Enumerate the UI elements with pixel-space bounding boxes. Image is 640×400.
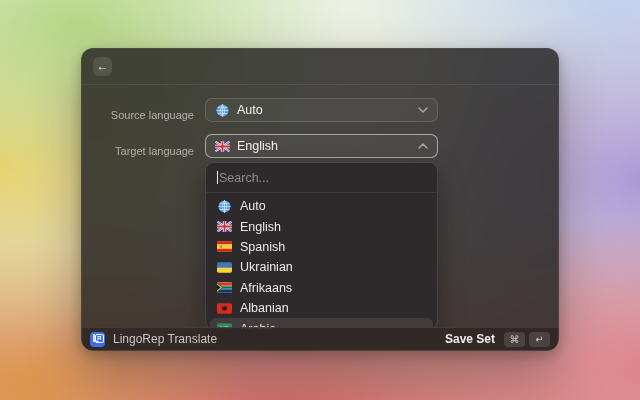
option-label: English (240, 220, 281, 234)
flag-al-icon (217, 302, 232, 314)
desktop-background: ← Source language Auto Target language E… (0, 0, 640, 400)
dropdown-options-list: Auto English Spanish Ukrainian Afrikaans… (206, 193, 437, 330)
uk-flag-icon (215, 140, 230, 152)
source-language-value: Auto (237, 103, 411, 117)
lingorep-window: ← Source language Auto Target language E… (81, 48, 559, 351)
command-key-icon: ⌘ (504, 332, 525, 347)
flag-es-icon (217, 241, 232, 253)
shortcut-keys: ⌘ ↵ (504, 332, 550, 347)
return-key-icon: ↵ (529, 332, 550, 347)
text-caret (217, 171, 218, 184)
chevron-up-icon (418, 143, 428, 149)
lingorep-logo-icon: LR (90, 332, 105, 347)
option-label: Afrikaans (240, 281, 292, 295)
dropdown-option[interactable]: Albanian (210, 298, 433, 318)
language-search-input[interactable] (206, 163, 437, 192)
dropdown-option[interactable]: Afrikaans (210, 278, 433, 298)
dropdown-option[interactable]: English (210, 216, 433, 236)
back-button[interactable]: ← (93, 57, 112, 76)
target-language-select[interactable]: English (205, 134, 438, 158)
globe-icon (215, 104, 230, 116)
source-language-select[interactable]: Auto (205, 98, 438, 122)
globe-icon (217, 200, 232, 212)
window-titlebar: ← (82, 49, 558, 85)
search-row (206, 163, 437, 193)
language-dropdown-panel: Auto English Spanish Ukrainian Afrikaans… (205, 162, 438, 330)
save-set-button[interactable]: Save Set (445, 332, 495, 346)
dropdown-option[interactable]: Auto (210, 196, 433, 216)
target-language-value: English (237, 139, 411, 153)
flag-ua-icon (217, 261, 232, 273)
option-label: Spanish (240, 240, 285, 254)
source-language-label: Source language (102, 108, 194, 122)
dropdown-option[interactable]: Spanish (210, 237, 433, 257)
flag-za-icon (217, 282, 232, 294)
chevron-down-icon (418, 107, 428, 113)
dropdown-option[interactable]: Ukrainian (210, 257, 433, 277)
app-name: LingoRep Translate (113, 332, 437, 346)
flag-gb-icon (217, 221, 232, 233)
target-language-label: Target language (102, 144, 194, 158)
option-label: Ukrainian (240, 260, 293, 274)
option-label: Albanian (240, 301, 289, 315)
option-label: Auto (240, 199, 266, 213)
window-footer: LR LingoRep Translate Save Set ⌘ ↵ (82, 327, 558, 350)
